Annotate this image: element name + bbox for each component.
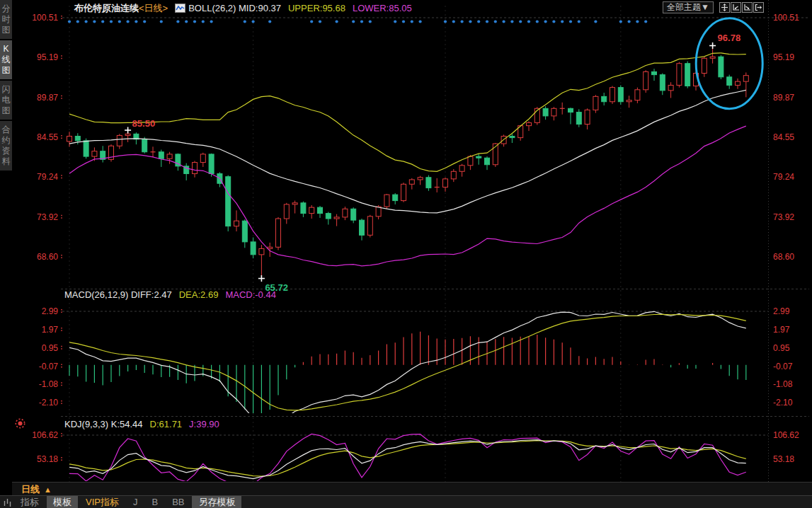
sidebar-item-kline-chart[interactable]: K线图 xyxy=(0,40,12,79)
kdj-header: KDJ(9,3,3) K:54.44D:61.71J:39.90 xyxy=(64,419,219,429)
sidebar-item-flash-chart[interactable]: 闪电图 xyxy=(0,81,12,120)
toolbar-item-vip-indicators[interactable]: VIP指标 xyxy=(79,496,125,508)
toolbar-item-save-template[interactable]: 另存模板 xyxy=(192,496,241,508)
svg-text:95.19: 95.19 xyxy=(37,52,58,62)
svg-text:89.87: 89.87 xyxy=(773,93,794,103)
theme-dropdown[interactable]: 全部主题▼ xyxy=(663,1,714,13)
pan-right-icon[interactable] xyxy=(742,2,753,13)
svg-text:-0.07: -0.07 xyxy=(773,362,793,371)
sun-icon[interactable] xyxy=(14,417,26,432)
chevron-up-icon: ▲ xyxy=(44,485,52,494)
macd-value: MACD:-0.44 xyxy=(225,289,276,300)
kdj-j-value: J:39.90 xyxy=(189,419,219,429)
svg-text:1.97: 1.97 xyxy=(42,325,59,335)
pan-left-icon[interactable] xyxy=(731,2,741,13)
kdj-d-value: D:61.71 xyxy=(150,419,183,429)
svg-text:68.60: 68.60 xyxy=(37,252,58,262)
sidebar-item-time-chart[interactable]: 分时图 xyxy=(0,0,12,39)
main-chart-header: 布伦特原油连续<日线>BOLL(26,2) MID:90.37UPPER:95.… xyxy=(74,2,412,15)
toolbar-item-templates[interactable]: 模板 xyxy=(47,496,78,508)
svg-text:-2.10: -2.10 xyxy=(39,398,59,408)
svg-text:73.92: 73.92 xyxy=(37,212,58,222)
macd-header: MACD(26,12,9) DIFF:2.47DEA:2.69MACD:-0.4… xyxy=(64,289,276,300)
svg-text:-2.10: -2.10 xyxy=(773,398,793,408)
indicator-icon xyxy=(175,4,185,15)
bottom-toolbar: 指标 模板 VIP指标 J B BB 另存模板 xyxy=(0,495,812,508)
period-selector[interactable]: 日线▲ xyxy=(21,483,52,496)
svg-text:-1.08: -1.08 xyxy=(773,379,793,389)
sidebar-item-contract-info[interactable]: 合约资料 xyxy=(0,121,12,171)
svg-text:-1.08: -1.08 xyxy=(39,379,59,389)
svg-text:100.51: 100.51 xyxy=(32,13,58,23)
svg-text:84.55: 84.55 xyxy=(37,132,58,142)
svg-text:79.24: 79.24 xyxy=(773,172,794,182)
toolbar-item-bb[interactable]: BB xyxy=(166,496,190,508)
svg-text:68.60: 68.60 xyxy=(773,252,794,262)
chart-mini-icon[interactable] xyxy=(0,496,14,508)
svg-text:96.78: 96.78 xyxy=(718,33,741,43)
boll-upper-value: UPPER:95.68 xyxy=(288,3,345,13)
svg-text:100.51: 100.51 xyxy=(773,13,799,23)
svg-text:106.62: 106.62 xyxy=(773,430,799,440)
svg-text:73.92: 73.92 xyxy=(773,212,794,222)
svg-text:-0.07: -0.07 xyxy=(39,362,59,371)
boll-lower-value: LOWER:85.05 xyxy=(353,3,412,13)
svg-text:2.99: 2.99 xyxy=(42,306,59,316)
svg-text:106.62: 106.62 xyxy=(32,430,58,440)
svg-text:85.50: 85.50 xyxy=(132,118,156,129)
svg-text:53.18: 53.18 xyxy=(773,454,794,464)
trading-app-window: { "sidebar": { "items": [ {"label": "分时图… xyxy=(0,0,812,508)
sidebar: 分时图 K线图 闪电图 合约资料 xyxy=(0,0,12,508)
symbol-name: 布伦特原油连续 xyxy=(74,3,139,13)
toolbar-item-indicators[interactable]: 指标 xyxy=(14,496,45,508)
x-axis-bar: 日线▲ xyxy=(0,482,812,495)
top-controls: 全部主题▼ xyxy=(663,1,812,13)
svg-text:79.24: 79.24 xyxy=(37,172,58,182)
exit-icon[interactable] xyxy=(753,2,764,13)
kdj-k-value: KDJ(9,3,3) K:54.44 xyxy=(64,419,143,429)
svg-text:95.19: 95.19 xyxy=(773,52,794,62)
svg-text:1.97: 1.97 xyxy=(773,325,790,335)
macd-diff-value: MACD(26,12,9) DIFF:2.47 xyxy=(64,289,172,300)
svg-text:0.95: 0.95 xyxy=(42,343,59,353)
svg-text:53.18: 53.18 xyxy=(37,454,58,464)
svg-text:2.99: 2.99 xyxy=(773,306,790,316)
svg-text:84.55: 84.55 xyxy=(773,132,794,142)
toolbar-item-b[interactable]: B xyxy=(145,496,164,508)
period-tag: <日线> xyxy=(139,3,168,13)
boll-mid-value: BOLL(26,2) MID:90.37 xyxy=(188,3,281,13)
move-icon[interactable] xyxy=(719,2,730,13)
svg-text:89.87: 89.87 xyxy=(37,93,58,103)
macd-dea-value: DEA:2.69 xyxy=(179,289,219,300)
svg-text:0.95: 0.95 xyxy=(773,343,790,353)
toolbar-item-j[interactable]: J xyxy=(127,496,144,508)
